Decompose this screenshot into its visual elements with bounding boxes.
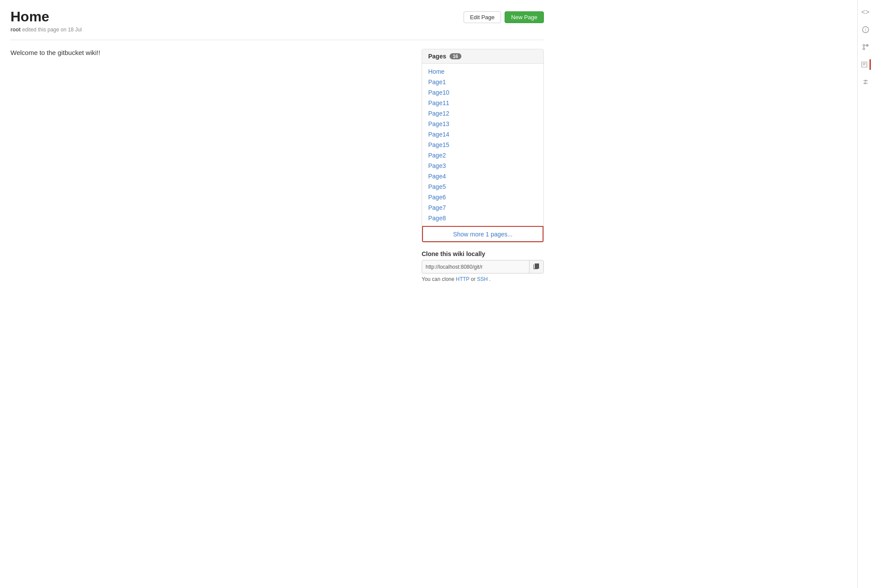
list-item: Page1 — [422, 77, 543, 87]
pr-icon[interactable] — [860, 42, 871, 52]
header-divider — [10, 40, 544, 40]
svg-point-7 — [865, 80, 866, 82]
ssh-clone-link[interactable]: SSH — [477, 276, 488, 282]
svg-point-10 — [864, 83, 866, 84]
list-item: Page2 — [422, 150, 543, 161]
page-link[interactable]: Page1 — [428, 79, 446, 85]
list-item: Page11 — [422, 98, 543, 108]
list-item: Page8 — [422, 213, 543, 223]
page-link[interactable]: Page5 — [428, 183, 446, 190]
list-item: Page5 — [422, 181, 543, 192]
clone-url-input[interactable] — [422, 262, 529, 272]
list-item: Page6 — [422, 192, 543, 202]
list-item: Page4 — [422, 171, 543, 181]
new-page-button[interactable]: New Page — [505, 11, 544, 23]
book-icon[interactable] — [860, 59, 871, 70]
show-more-button[interactable]: Show more 1 pages... — [422, 226, 543, 242]
page-link[interactable]: Page8 — [428, 215, 446, 222]
code-icon[interactable]: <> — [860, 7, 871, 17]
http-clone-link[interactable]: HTTP — [456, 276, 469, 282]
pages-panel: Pages 16 HomePage1Page10Page11Page12Page… — [422, 49, 544, 243]
list-item: Page12 — [422, 108, 543, 119]
wiki-body-text: Welcome to the gitbucket wiki!! — [10, 49, 411, 56]
page-link[interactable]: Page7 — [428, 204, 446, 211]
clone-copy-button[interactable] — [529, 260, 543, 273]
pages-list: HomePage1Page10Page11Page12Page13Page14P… — [422, 64, 543, 226]
content-layout: Welcome to the gitbucket wiki!! Pages 16… — [10, 49, 544, 282]
right-sidebar: <> i — [857, 0, 873, 588]
page-link[interactable]: Page10 — [428, 89, 449, 96]
page-meta: root edited this page on 18 Jul — [10, 27, 544, 33]
list-item: Page7 — [422, 202, 543, 213]
page-link[interactable]: Page15 — [428, 141, 449, 148]
page-link[interactable]: Page13 — [428, 120, 449, 127]
list-item: Page10 — [422, 87, 543, 98]
edit-page-button[interactable]: Edit Page — [464, 11, 501, 23]
tools-icon[interactable] — [860, 77, 871, 87]
page-link[interactable]: Page14 — [428, 131, 449, 138]
copy-icon — [533, 263, 540, 270]
page-link[interactable]: Page11 — [428, 99, 449, 106]
clone-section: Clone this wiki locally You can clone HT… — [422, 250, 544, 282]
list-item: Home — [422, 66, 543, 77]
list-item: Page13 — [422, 119, 543, 129]
pages-count-badge: 16 — [450, 53, 461, 59]
list-item: Page3 — [422, 161, 543, 171]
pages-panel-title: Pages — [428, 53, 446, 60]
page-link[interactable]: Page12 — [428, 110, 449, 117]
svg-point-2 — [863, 44, 865, 46]
svg-text:i: i — [865, 27, 866, 32]
clone-text: You can clone HTTP or SSH . — [422, 276, 544, 282]
page-link[interactable]: Page4 — [428, 173, 446, 180]
svg-point-3 — [863, 48, 865, 50]
page-link[interactable]: Page2 — [428, 152, 446, 159]
wiki-sidebar: Pages 16 HomePage1Page10Page11Page12Page… — [422, 49, 544, 282]
list-item: Page15 — [422, 140, 543, 150]
header-buttons: Edit Page New Page — [464, 11, 544, 23]
wiki-content: Welcome to the gitbucket wiki!! — [10, 49, 411, 282]
page-link[interactable]: Page6 — [428, 194, 446, 201]
list-item: Page14 — [422, 129, 543, 140]
pages-panel-header: Pages 16 — [422, 49, 543, 64]
meta-user: root — [10, 27, 21, 33]
page-title: Home — [10, 9, 49, 25]
meta-action: edited this page on 18 Jul — [22, 27, 82, 33]
clone-title: Clone this wiki locally — [422, 250, 544, 257]
clone-input-row — [422, 260, 544, 273]
page-link[interactable]: Page3 — [428, 162, 446, 169]
page-link[interactable]: Home — [428, 68, 444, 75]
info-icon[interactable]: i — [860, 24, 871, 35]
